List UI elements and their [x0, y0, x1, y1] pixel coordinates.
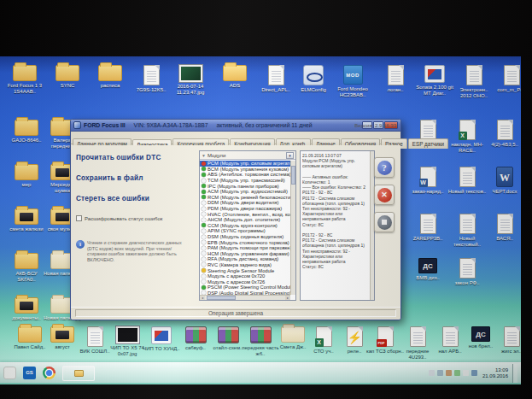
- desktop-icon[interactable]: Электронн.. 2012 ОНО..: [454, 65, 494, 98]
- app-icon: [73, 121, 81, 129]
- module-row[interactable]: Steering Angle Sensor Module: [200, 267, 290, 273]
- show-desktop-button[interactable]: [512, 364, 517, 383]
- hscroll-left-arrow[interactable]: ◂: [200, 296, 205, 300]
- desktop-icon[interactable]: 4(2)-4Б3,5..: [485, 120, 521, 148]
- module-row[interactable]: APIM (SYNC программы): [200, 228, 290, 234]
- desktop-icon[interactable]: Sonata 2.100 git МТ Диаг..: [415, 65, 454, 96]
- desktop-icon[interactable]: жигс эл..: [492, 326, 521, 355]
- desktop-icon[interactable]: Ford Focus 1 3 1S4AAB..: [5, 65, 44, 94]
- desktop-icon[interactable]: 7G9S-12K5..: [132, 65, 171, 93]
- chevron-down-icon[interactable]: ▾: [286, 152, 294, 159]
- desktop-icon[interactable]: заказ-наряд..: [408, 167, 447, 195]
- file-icon: [459, 214, 476, 234]
- desktop-icon[interactable]: ВАСЯ..: [485, 214, 521, 242]
- desktop-icon[interactable]: мер: [7, 164, 46, 188]
- desktop-icon[interactable]: Direct_APL..: [256, 65, 295, 93]
- module-row[interactable]: DSM (Модуль сиденья водителя): [200, 234, 290, 240]
- results-log[interactable]: 21.09.2016 13:07:07Модули:PCM (Модуль уп…: [300, 150, 375, 301]
- module-row[interactable]: PDM (Модуль двери пассажира): [200, 206, 290, 212]
- desktop-icon[interactable]: ELMConfig: [294, 65, 333, 93]
- taskbar-explorer-button[interactable]: [62, 366, 95, 381]
- desktop-icon[interactable]: GAJO-8646..: [7, 120, 46, 144]
- desktop-icon[interactable]: com_m_Pa..: [492, 65, 521, 93]
- help-button[interactable]: [374, 157, 395, 178]
- desktop-icon[interactable]: АКБ-БСУ SKГА0..: [7, 253, 46, 282]
- tab-9[interactable]: ESP датчики: [408, 138, 448, 149]
- module-row[interactable]: RFA (Модуль дистанц. команд): [200, 256, 290, 262]
- folder-icon: [98, 65, 122, 81]
- desktop-icon[interactable]: ZAREPP3B..: [408, 214, 447, 242]
- disconnect-button[interactable]: [374, 185, 395, 205]
- tool-button-column: [374, 157, 396, 239]
- antivirus-icon[interactable]: [471, 370, 477, 376]
- module-row[interactable]: TCM (Модуль упр. трансмиссией): [200, 178, 290, 184]
- module-status-icon: [202, 223, 206, 227]
- module-row[interactable]: AHCM (Модуль доп. отопителя): [200, 217, 290, 223]
- module-row[interactable]: HCM (Модуль управления фарами): [200, 251, 290, 257]
- desktop-icon-label: Новый текстовый..: [447, 236, 487, 247]
- desktop-icon[interactable]: ЧЕРТ.docx: [485, 167, 521, 195]
- desktop-icon[interactable]: SYNC: [48, 65, 87, 89]
- module-row[interactable]: PSCM (Power Steering Control Module): [200, 285, 290, 290]
- decode-status-checkbox-row[interactable]: Расшифровывать статус ошибок: [76, 215, 196, 221]
- vscroll-thumb[interactable]: [291, 166, 295, 185]
- volume-icon[interactable]: [437, 370, 443, 376]
- module-label: IPC (Модуль панели приборов): [208, 184, 279, 189]
- module-row[interactable]: Модуль с адресом 0x726: [200, 279, 290, 285]
- module-row[interactable]: EPB (Модуль стояночного тормоза): [200, 239, 290, 245]
- module-list-header[interactable]: ▼ Модули ▾: [200, 151, 295, 160]
- rar-icon: [250, 326, 272, 343]
- module-row[interactable]: PAM (Модуль помощи при парковке): [200, 245, 290, 251]
- module-row[interactable]: BCM (Модуль управления кузовом): [200, 167, 290, 173]
- battery-icon[interactable]: [454, 370, 460, 376]
- desktop-icon[interactable]: Ford Mondeo HC23BAB..: [333, 65, 372, 97]
- language-icon[interactable]: [429, 370, 435, 376]
- desktop-icon[interactable]: логан..: [376, 65, 415, 93]
- hscroll-thumb[interactable]: [207, 296, 236, 300]
- folderd-icon: [15, 208, 38, 225]
- module-row[interactable]: CCM (Модуль круиз-контроля): [200, 223, 290, 229]
- info-text: Чтение и стирание диагностических данных…: [87, 240, 190, 262]
- module-row[interactable]: Модуль с адресом 0x720: [200, 273, 290, 279]
- taskbar-app-icon[interactable]: [3, 367, 16, 379]
- desktop-icon[interactable]: БМВ диз..: [408, 258, 447, 281]
- action-button-1[interactable]: Прочитать ошибки DTC: [76, 154, 196, 161]
- taskbar-chrome-icon[interactable]: [43, 367, 56, 379]
- desktop-icon[interactable]: 2016-07-14 11.23.47.jpg: [171, 65, 210, 95]
- module-row[interactable]: PCM (Модуль упр. силовым агрегатом): [200, 161, 290, 167]
- hscroll-right-arrow[interactable]: ▸: [285, 296, 290, 300]
- taskbar-clock[interactable]: 13:09 21.09.2016: [482, 367, 508, 379]
- desktop-icon[interactable]: закон РФ..: [447, 258, 487, 286]
- log-line: Тип неисправности: 92 - Характеристики и…: [302, 249, 368, 265]
- desktop-icon[interactable]: накладн. МН-RACE..: [447, 120, 487, 153]
- taskbar-gs-icon[interactable]: [23, 367, 36, 379]
- desktop-icon[interactable]: ADS: [215, 65, 254, 89]
- checkbox-box[interactable]: [76, 215, 82, 221]
- update-icon[interactable]: [463, 370, 469, 376]
- module-row[interactable]: IPC (Модуль панели приборов): [200, 183, 290, 189]
- stop-button[interactable]: [374, 212, 395, 232]
- module-row[interactable]: RVC (Камера заднего вида): [200, 262, 290, 268]
- desktop-icon[interactable]: расписа: [91, 65, 130, 89]
- action-button-2[interactable]: Сохранить в файл: [76, 174, 196, 182]
- module-row[interactable]: DDM (Модуль двери водителя): [200, 200, 290, 206]
- title-app-name: FORD Focus III: [84, 122, 126, 128]
- desktop-icon[interactable]: документы..: [7, 297, 46, 321]
- module-row[interactable]: HVAC (Отопление, вентил., возд. кон...): [200, 211, 290, 217]
- appelm-icon: [303, 65, 324, 85]
- network-icon[interactable]: [446, 370, 452, 376]
- desktop-icon[interactable]: Новый текстов..: [447, 167, 487, 195]
- module-row[interactable]: ABS (Антиблок. тормозная система): [200, 172, 290, 178]
- action-button-3[interactable]: Стереть все ошибки: [76, 195, 196, 202]
- module-label: CCM (Модуль круиз-контроля): [208, 223, 278, 228]
- file-icon: [420, 214, 436, 234]
- file-icon: [504, 326, 520, 347]
- module-row[interactable]: RCM (Модуль ремней безопасности): [200, 195, 290, 201]
- module-list-vscrollbar[interactable]: [290, 161, 295, 295]
- module-list-hscrollbar[interactable]: ◂ ▸: [200, 295, 290, 300]
- file-icon: [420, 120, 436, 140]
- desktop-icon[interactable]: Новый текстовый..: [447, 214, 487, 247]
- module-row[interactable]: ACM (Модуль упр. аудиосистемой): [200, 189, 290, 195]
- window-titlebar[interactable]: FORD Focus III VIN: 9Х8А-А34А-178А-18В7 …: [71, 120, 400, 132]
- desktop-icon[interactable]: смета жалюзи: [7, 208, 46, 232]
